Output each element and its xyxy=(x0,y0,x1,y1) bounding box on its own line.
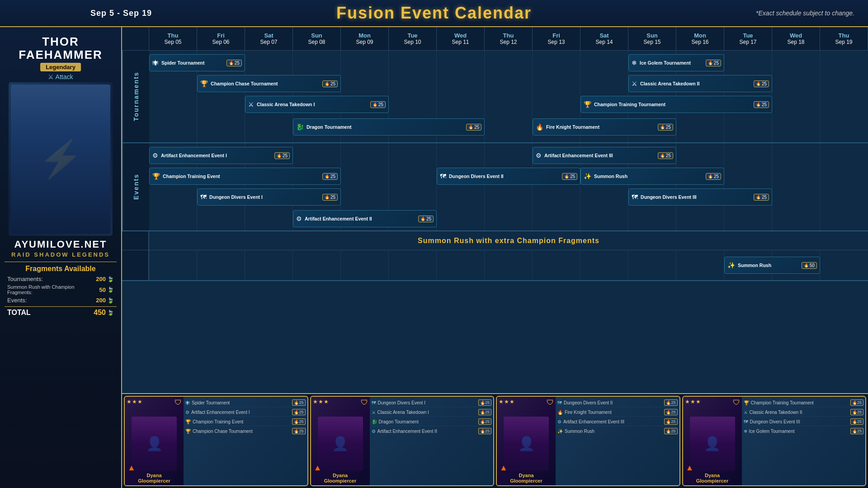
fragment-row-tournaments: Tournaments: 200 🍃 xyxy=(5,275,117,283)
day-sat-sep07: Sat Sep 07 xyxy=(245,27,293,50)
artifact-enhancement-3[interactable]: ⚙ Artifact Enhancement Event III 🔥25 xyxy=(533,147,676,164)
summon-rush-event[interactable]: ✨ Summon Rush 🔥25 xyxy=(580,168,724,185)
card-2-shield: 🛡 xyxy=(361,399,368,407)
card-2-img: 👤 xyxy=(318,417,363,471)
card-3-triangle: ▲ xyxy=(500,463,508,473)
card-3-champion: ★ ★ ★ 🛡 👤 ▲ DyanaGloompiercer xyxy=(497,397,556,485)
schedule-note: *Exact schedule subject to change. xyxy=(756,9,854,17)
day-mon-sep09: Mon Sep 09 xyxy=(341,27,389,50)
fragments-title: Fragments Available xyxy=(5,265,117,273)
classic-arena-takedown-2[interactable]: ⚔ Classic Arena Takedown II 🔥25 xyxy=(628,75,772,92)
dungeon-divers-1[interactable]: 🗺 Dungeon Divers Event I 🔥25 xyxy=(197,188,341,206)
summon-rush-content: ✨ Summon Rush 🔥50 xyxy=(149,250,868,280)
card-4-name: DyanaGloompiercer xyxy=(696,473,729,483)
card-4-champion: ★ ★ ★ 🛡 👤 ▲ DyanaGloompiercer xyxy=(683,397,742,485)
list-item: ❄ Ice Golem Tournament 🔥25 xyxy=(744,427,864,435)
tournaments-label: Tournaments: xyxy=(7,276,43,282)
fragment-row-summon: Summon Rush with Champion Fragments: 50 … xyxy=(5,283,117,296)
card-2-champion: ★ ★ ★ 🛡 👤 ▲ DyanaGloompiercer xyxy=(311,397,370,485)
tournaments-label: Tournaments xyxy=(122,51,149,142)
list-item: 🐉 Dragon Tournament 🔥25 xyxy=(372,418,492,426)
day-thu-sep19: Thu Sep 19 xyxy=(820,27,868,50)
list-item: 🕷 Spider Tournament 🔥25 xyxy=(185,399,306,407)
fragment-row-events: Events: 200 🍃 xyxy=(5,296,117,305)
events-content: ⚙ Artifact Enhancement Event I 🔥25 🏆 Cha… xyxy=(149,143,868,230)
card-4-triangle: ▲ xyxy=(686,463,694,473)
tournaments-value: 200 🍃 xyxy=(96,276,114,282)
events-value: 200 🍃 xyxy=(96,297,114,304)
day-sun-sep15: Sun Sep 15 xyxy=(628,27,676,50)
card-3-shield: 🛡 xyxy=(547,399,554,407)
ice-golem-tournament[interactable]: ❄ Ice Golem Tournament 🔥25 xyxy=(628,54,724,71)
spider-tournament[interactable]: 🕷 Spider Tournament 🔥25 xyxy=(149,54,245,71)
card-4-shield: 🛡 xyxy=(733,399,740,407)
list-item: ⚔ Classic Arena Takedown II 🔥25 xyxy=(744,408,864,417)
card-3-events: 🗺 Dungeon Divers Event II 🔥25 🔥 Fire Kni… xyxy=(556,397,679,485)
list-item: ⚔ Classic Arena Takedown I 🔥25 xyxy=(372,408,492,417)
special-text: Summon Rush with extra Champion Fragment… xyxy=(149,231,868,250)
artifact-enhancement-2[interactable]: ⚙ Artifact Enhancement Event II 🔥25 xyxy=(293,210,437,227)
day-thu-sep05: Thu Sep 05 xyxy=(149,27,197,50)
tournaments-section: Tournaments 🕷 Spider Tournament 🔥25 🏆 xyxy=(122,51,868,143)
card-2-triangle: ▲ xyxy=(314,463,322,473)
fragments-section: Fragments Available Tournaments: 200 🍃 S… xyxy=(5,262,117,319)
dungeon-divers-3[interactable]: 🗺 Dungeon Divers Event III 🔥25 xyxy=(628,188,772,206)
champion-rarity: Legendary xyxy=(40,63,81,71)
dungeon-divers-2[interactable]: 🗺 Dungeon Divers Event II 🔥25 xyxy=(437,168,580,185)
day-fri-sep13: Fri Sep 13 xyxy=(533,27,580,50)
game-logo: RAID SHADOW LEGENDS xyxy=(11,251,110,258)
header: Sep 5 - Sep 19 Fusion Event Calendar *Ex… xyxy=(0,0,868,27)
events-label: Events xyxy=(122,143,149,230)
day-sat-sep14: Sat Sep 14 xyxy=(580,27,628,50)
day-wed-sep18: Wed Sep 18 xyxy=(772,27,820,50)
main-layout: THOR FAEHAMMER Legendary ⚔ Attack ⚡ AYUM… xyxy=(0,27,868,488)
card-4-stars: ★ ★ ★ xyxy=(685,399,701,405)
leaf-icon-4: 🍃 xyxy=(107,310,114,316)
card-3-stars: ★ ★ ★ xyxy=(499,399,514,405)
total-value: 450 🍃 xyxy=(94,309,114,317)
dragon-tournament[interactable]: 🐉 Dragon Tournament 🔥25 xyxy=(293,118,485,136)
page-title: Fusion Event Calendar xyxy=(336,4,532,23)
list-item: 🏆 Champion Chase Tournament 🔥25 xyxy=(185,427,306,435)
champion-name: THOR FAEHAMMER xyxy=(19,35,103,61)
fragment-total: TOTAL 450 🍃 xyxy=(5,306,117,319)
classic-arena-takedown-1[interactable]: ⚔ Classic Arena Takedown I 🔥25 xyxy=(245,96,389,113)
summon-rush-spacer xyxy=(122,250,149,280)
card-1-stars: ★ ★ ★ xyxy=(127,399,142,405)
site-name: AYUMILOVE.NET xyxy=(14,239,107,250)
artifact-enhancement-1[interactable]: ⚙ Artifact Enhancement Event I 🔥25 xyxy=(149,147,293,164)
summon-rush-label: Summon Rush with Champion Fragments: xyxy=(7,284,99,295)
card-4-img: 👤 xyxy=(690,417,735,471)
list-item: 🗺 Dungeon Divers Event II 🔥25 xyxy=(557,399,678,407)
card-1-img: 👤 xyxy=(132,417,177,471)
fragment-card-3: ★ ★ ★ 🛡 👤 ▲ DyanaGloompiercer 🗺 Dungeon … xyxy=(496,396,680,486)
list-item: ⚙ Artifact Enhancement Event II 🔥25 xyxy=(372,427,492,435)
list-item: 🏆 Champion Training Event 🔥25 xyxy=(185,418,306,426)
leaf-icon-2: 🍃 xyxy=(107,286,114,293)
summon-rush-special[interactable]: ✨ Summon Rush 🔥50 xyxy=(724,257,820,274)
list-item: ⚙ Artifact Enhancement Event III 🔥25 xyxy=(557,418,678,426)
champion-training-tournament[interactable]: 🏆 Champion Training Tournament 🔥25 xyxy=(580,96,772,113)
day-thu-sep12: Thu Sep 12 xyxy=(485,27,533,50)
tournaments-content: 🕷 Spider Tournament 🔥25 🏆 Champion Chase… xyxy=(149,51,868,142)
champion-training-event[interactable]: 🏆 Champion Training Event 🔥25 xyxy=(149,168,341,185)
calendar-panel: Thu Sep 05 Fri Sep 06 Sat Sep 07 Sun Sep… xyxy=(122,27,868,488)
fragment-card-4: ★ ★ ★ 🛡 👤 ▲ DyanaGloompiercer 🏆 Champion… xyxy=(682,396,867,486)
leaf-icon-3: 🍃 xyxy=(107,297,114,304)
day-sun-sep08: Sun Sep 08 xyxy=(293,27,341,50)
days-header: Thu Sep 05 Fri Sep 06 Sat Sep 07 Sun Sep… xyxy=(122,27,868,51)
list-item: 🏆 Champion Training Tournament 🔥25 xyxy=(744,399,864,407)
card-4-events: 🏆 Champion Training Tournament 🔥25 ⚔ Cla… xyxy=(742,397,866,485)
card-1-events: 🕷 Spider Tournament 🔥25 ⚙ Artifact Enhan… xyxy=(184,397,307,485)
fire-knight-tournament[interactable]: 🔥 Fire Knight Tournament 🔥25 xyxy=(533,118,676,136)
champion-image: ⚡ xyxy=(9,82,113,236)
card-2-events: 🗺 Dungeon Divers Event I 🔥25 ⚔ Classic A… xyxy=(370,397,494,485)
champion-chase-tournament[interactable]: 🏆 Champion Chase Tournament 🔥25 xyxy=(197,75,341,92)
day-tue-sep17: Tue Sep 17 xyxy=(724,27,772,50)
bottom-cards: ★ ★ ★ 🛡 👤 ▲ DyanaGloompiercer 🕷 Spider T… xyxy=(122,393,868,488)
list-item: 🗺 Dungeon Divers Event III 🔥25 xyxy=(744,418,864,426)
card-3-name: DyanaGloompiercer xyxy=(510,473,542,483)
summon-rush-section: ✨ Summon Rush 🔥50 xyxy=(122,250,868,281)
day-fri-sep06: Fri Sep 06 xyxy=(197,27,245,50)
special-row: Summon Rush with extra Champion Fragment… xyxy=(122,231,868,250)
